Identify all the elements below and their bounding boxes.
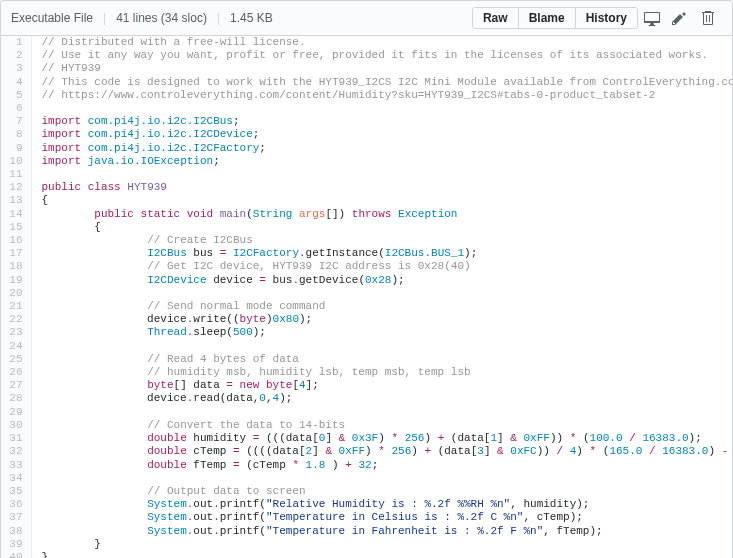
line-content[interactable]: // Distributed with a free-will license.	[31, 36, 733, 49]
line-content[interactable]: byte[] data = new byte[4];	[31, 379, 733, 392]
history-button[interactable]: History	[576, 8, 637, 28]
line-content[interactable]: double cTemp = ((((data[2] & 0xFF) * 256…	[31, 445, 733, 458]
code-line: 8import com.pi4j.io.i2c.I2CDevice;	[1, 128, 733, 141]
line-number[interactable]: 10	[1, 155, 31, 168]
line-content[interactable]: // https://www.controleverything.com/con…	[31, 89, 733, 102]
line-content[interactable]: {	[31, 221, 733, 234]
line-content[interactable]: // This code is designed to work with th…	[31, 76, 733, 89]
line-number[interactable]: 20	[1, 287, 31, 300]
raw-button[interactable]: Raw	[473, 8, 519, 28]
line-content[interactable]: double fTemp = (cTemp * 1.8 ) + 32;	[31, 459, 733, 472]
line-content[interactable]: Thread.sleep(500);	[31, 326, 733, 339]
line-content[interactable]	[31, 102, 733, 115]
line-content[interactable]: // Get I2C device, HYT939 I2C address is…	[31, 260, 733, 273]
line-number[interactable]: 33	[1, 459, 31, 472]
line-number[interactable]: 11	[1, 168, 31, 181]
line-number[interactable]: 38	[1, 525, 31, 538]
line-number[interactable]: 22	[1, 313, 31, 326]
line-number[interactable]: 37	[1, 511, 31, 524]
line-number[interactable]: 15	[1, 221, 31, 234]
line-number[interactable]: 3	[1, 62, 31, 75]
line-number[interactable]: 4	[1, 76, 31, 89]
line-number[interactable]: 26	[1, 366, 31, 379]
line-number[interactable]: 17	[1, 247, 31, 260]
line-number[interactable]: 8	[1, 128, 31, 141]
line-number[interactable]: 31	[1, 432, 31, 445]
line-number[interactable]: 9	[1, 142, 31, 155]
line-number[interactable]: 25	[1, 353, 31, 366]
line-number[interactable]: 29	[1, 406, 31, 419]
line-number[interactable]: 28	[1, 392, 31, 405]
line-content[interactable]	[31, 406, 733, 419]
line-content[interactable]: device.read(data,0,4);	[31, 392, 733, 405]
line-number[interactable]: 32	[1, 445, 31, 458]
line-number[interactable]: 12	[1, 181, 31, 194]
line-content[interactable]: // Output data to screen	[31, 485, 733, 498]
line-content[interactable]: // Read 4 bytes of data	[31, 353, 733, 366]
line-content[interactable]: System.out.printf("Temperature in Fahren…	[31, 525, 733, 538]
line-content[interactable]	[31, 287, 733, 300]
line-number[interactable]: 23	[1, 326, 31, 339]
line-content[interactable]: // Convert the data to 14-bits	[31, 419, 733, 432]
code-line: 38 System.out.printf("Temperature in Fah…	[1, 525, 733, 538]
code-line: 39 }	[1, 538, 733, 551]
button-group: Raw Blame History	[472, 7, 638, 29]
line-number[interactable]: 39	[1, 538, 31, 551]
line-number[interactable]: 2	[1, 49, 31, 62]
line-number[interactable]: 1	[1, 36, 31, 49]
code-line: 18 // Get I2C device, HYT939 I2C address…	[1, 260, 733, 273]
separator-icon: |	[103, 11, 106, 25]
code-line: 35 // Output data to screen	[1, 485, 733, 498]
line-number[interactable]: 6	[1, 102, 31, 115]
line-content[interactable]: // Use it any way you want, profit or fr…	[31, 49, 733, 62]
line-content[interactable]: // HYT939	[31, 62, 733, 75]
line-number[interactable]: 34	[1, 472, 31, 485]
line-content[interactable]	[31, 340, 733, 353]
line-content[interactable]	[31, 168, 733, 181]
line-number[interactable]: 19	[1, 274, 31, 287]
line-content[interactable]: public class HYT939	[31, 181, 733, 194]
line-content[interactable]: // Send normal mode command	[31, 300, 733, 313]
pencil-icon[interactable]	[666, 6, 694, 30]
line-content[interactable]: import com.pi4j.io.i2c.I2CBus;	[31, 115, 733, 128]
line-number[interactable]: 24	[1, 340, 31, 353]
line-content[interactable]: import com.pi4j.io.i2c.I2CFactory;	[31, 142, 733, 155]
line-content[interactable]: // humidity msb, humidity lsb, temp msb,…	[31, 366, 733, 379]
line-number[interactable]: 27	[1, 379, 31, 392]
line-content[interactable]: {	[31, 194, 733, 207]
line-content[interactable]: double humidity = (((data[0] & 0x3F) * 2…	[31, 432, 733, 445]
line-number[interactable]: 5	[1, 89, 31, 102]
line-number[interactable]: 18	[1, 260, 31, 273]
line-number[interactable]: 13	[1, 194, 31, 207]
line-content[interactable]: System.out.printf("Relative Humidity is …	[31, 498, 733, 511]
code-viewer[interactable]: 1// Distributed with a free-will license…	[0, 36, 733, 558]
line-content[interactable]: device.write((byte)0x80);	[31, 313, 733, 326]
file-header: Executable File | 41 lines (34 sloc) | 1…	[0, 0, 733, 36]
line-content[interactable]: public static void main(String args[]) t…	[31, 208, 733, 221]
line-number[interactable]: 16	[1, 234, 31, 247]
line-number[interactable]: 14	[1, 208, 31, 221]
line-content[interactable]: import java.io.IOException;	[31, 155, 733, 168]
desktop-icon[interactable]	[638, 6, 666, 30]
trash-icon[interactable]	[694, 6, 722, 30]
line-content[interactable]: }	[31, 538, 733, 551]
line-content[interactable]: System.out.printf("Temperature in Celsiu…	[31, 511, 733, 524]
line-number[interactable]: 36	[1, 498, 31, 511]
code-line: 34	[1, 472, 733, 485]
line-content[interactable]	[31, 472, 733, 485]
blame-button[interactable]: Blame	[519, 8, 576, 28]
code-line: 25 // Read 4 bytes of data	[1, 353, 733, 366]
line-content[interactable]: I2CBus bus = I2CFactory.getInstance(I2CB…	[31, 247, 733, 260]
code-line: 2// Use it any way you want, profit or f…	[1, 49, 733, 62]
line-content[interactable]: }	[31, 551, 733, 558]
code-line: 1// Distributed with a free-will license…	[1, 36, 733, 49]
line-number[interactable]: 40	[1, 551, 31, 558]
line-content[interactable]: // Create I2CBus	[31, 234, 733, 247]
line-content[interactable]: I2CDevice device = bus.getDevice(0x28);	[31, 274, 733, 287]
line-number[interactable]: 35	[1, 485, 31, 498]
line-content[interactable]: import com.pi4j.io.i2c.I2CDevice;	[31, 128, 733, 141]
line-number[interactable]: 21	[1, 300, 31, 313]
code-line: 20	[1, 287, 733, 300]
line-number[interactable]: 30	[1, 419, 31, 432]
line-number[interactable]: 7	[1, 115, 31, 128]
